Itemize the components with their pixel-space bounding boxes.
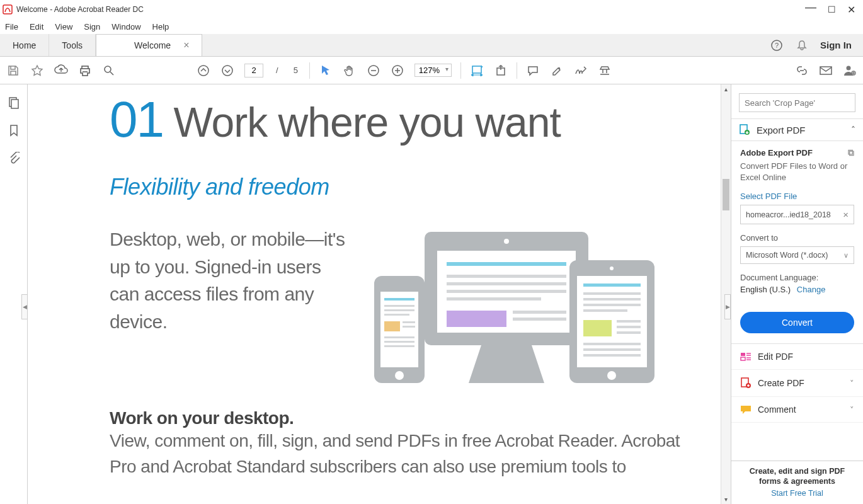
right-collapse-handle[interactable]: ▶ xyxy=(724,294,731,319)
clear-file-icon[interactable]: × xyxy=(843,209,849,220)
fit-width-icon[interactable] xyxy=(470,64,484,77)
attachment-icon[interactable] xyxy=(7,151,21,165)
scrollbar-thumb[interactable] xyxy=(723,179,729,210)
save-icon[interactable] xyxy=(6,64,20,77)
tool-edit-pdf[interactable]: Edit PDF xyxy=(731,344,863,370)
page-down-icon[interactable] xyxy=(220,64,234,77)
document-viewport[interactable]: 01 Work where you want Flexibility and f… xyxy=(28,84,731,504)
svg-rect-50 xyxy=(583,304,641,306)
popout-icon[interactable]: ⧉ xyxy=(848,147,854,158)
left-sidebar: ◀ xyxy=(0,84,28,504)
highlight-icon[interactable] xyxy=(550,64,564,77)
page-heading: Work where you want xyxy=(173,99,560,146)
signin-button[interactable]: Sign In xyxy=(820,40,852,50)
svg-point-15 xyxy=(847,66,851,70)
doc-language-label: Document Language: xyxy=(740,273,854,282)
link-icon[interactable] xyxy=(795,64,809,77)
svg-rect-14 xyxy=(820,67,832,74)
tab-bar: Home Tools Welcome × ? Sign In xyxy=(0,34,863,57)
hand-tool-icon[interactable] xyxy=(343,64,357,77)
close-button[interactable]: ✕ xyxy=(847,4,855,16)
thumbnails-icon[interactable] xyxy=(7,96,21,110)
promo-text: Create, edit and sign PDF forms & agreem… xyxy=(738,466,857,487)
maximize-button[interactable]: ☐ xyxy=(828,4,836,14)
promo-footer: Create, edit and sign PDF forms & agreem… xyxy=(731,461,863,505)
svg-rect-27 xyxy=(447,311,506,327)
cloud-upload-icon[interactable] xyxy=(54,64,68,77)
page-body: Desktop, web, or mobile—it's up to you. … xyxy=(110,226,349,335)
svg-point-46 xyxy=(610,266,614,270)
convert-format-select[interactable]: Microsoft Word (*.docx) ∨ xyxy=(740,246,854,264)
select-tool-icon[interactable] xyxy=(319,64,333,77)
comment-icon[interactable] xyxy=(526,64,540,77)
selected-file[interactable]: homeacror...ied18_2018 × xyxy=(740,205,854,224)
svg-point-32 xyxy=(395,371,404,380)
fit-page-icon[interactable] xyxy=(494,64,508,77)
zoom-out-icon[interactable] xyxy=(367,64,380,77)
svg-rect-41 xyxy=(384,341,414,343)
tool-create-pdf[interactable]: Create PDF ˅ xyxy=(731,370,863,397)
svg-rect-52 xyxy=(583,320,612,336)
tab-tools[interactable]: Tools xyxy=(49,34,96,56)
svg-rect-22 xyxy=(447,262,566,266)
svg-rect-48 xyxy=(583,292,641,295)
start-trial-link[interactable]: Start Free Trial xyxy=(738,489,857,498)
menu-sign[interactable]: Sign xyxy=(84,22,100,32)
svg-rect-26 xyxy=(447,297,541,301)
section-heading: Work on your desktop. xyxy=(110,408,695,428)
sign-icon[interactable] xyxy=(574,64,588,77)
menu-view[interactable]: View xyxy=(55,22,72,32)
export-pdf-icon xyxy=(739,124,750,135)
menu-edit[interactable]: Edit xyxy=(30,22,43,32)
svg-rect-39 xyxy=(403,326,415,328)
tool-search-input[interactable] xyxy=(739,93,855,112)
help-icon[interactable]: ? xyxy=(770,38,784,52)
svg-point-21 xyxy=(504,239,509,244)
svg-rect-62 xyxy=(741,357,745,360)
search-icon[interactable] xyxy=(102,64,116,77)
svg-point-6 xyxy=(222,66,232,76)
convert-button[interactable]: Convert xyxy=(740,312,854,333)
add-person-icon[interactable] xyxy=(843,64,857,77)
mail-icon[interactable] xyxy=(819,64,833,77)
minimize-button[interactable]: — xyxy=(805,1,816,14)
close-tab-icon[interactable]: × xyxy=(183,40,189,51)
page-up-icon[interactable] xyxy=(197,64,210,77)
svg-rect-34 xyxy=(384,305,414,307)
devices-illustration xyxy=(368,226,695,389)
zoom-in-icon[interactable] xyxy=(391,64,404,77)
bell-icon[interactable] xyxy=(795,38,809,52)
menu-window[interactable]: Window xyxy=(111,22,140,32)
svg-rect-35 xyxy=(384,309,414,311)
svg-rect-61 xyxy=(741,353,745,356)
svg-rect-24 xyxy=(447,282,566,285)
svg-rect-40 xyxy=(384,336,414,338)
svg-point-5 xyxy=(198,66,209,76)
titlebar: Welcome - Adobe Acrobat Reader DC — ☐ ✕ xyxy=(0,0,863,19)
menu-help[interactable]: Help xyxy=(152,22,169,32)
pdf-page: 01 Work where you want Flexibility and f… xyxy=(28,84,721,504)
page-number-input[interactable] xyxy=(244,64,263,77)
svg-rect-37 xyxy=(384,321,400,331)
menu-file[interactable]: File xyxy=(5,22,18,32)
tab-home[interactable]: Home xyxy=(0,34,49,56)
export-pdf-header[interactable]: Export PDF ˄ xyxy=(731,118,863,141)
left-collapse-handle[interactable]: ◀ xyxy=(21,294,28,319)
zoom-select[interactable]: 127% xyxy=(414,64,452,77)
select-file-label[interactable]: Select PDF File xyxy=(740,192,854,201)
export-pdf-body: Adobe Export PDF⧉ Convert PDF Files to W… xyxy=(731,141,863,344)
page-subhead: Flexibility and freedom xyxy=(110,174,695,200)
tool-comment[interactable]: Comment ˅ xyxy=(731,397,863,423)
print-icon[interactable] xyxy=(78,64,92,77)
svg-rect-47 xyxy=(583,284,641,287)
svg-point-3 xyxy=(105,66,111,72)
window-title: Welcome - Adobe Acrobat Reader DC xyxy=(16,5,144,14)
export-title: Adobe Export PDF xyxy=(740,148,813,158)
change-language-link[interactable]: Change xyxy=(797,285,826,294)
acrobat-app-icon xyxy=(3,4,13,14)
tab-welcome[interactable]: Welcome × xyxy=(96,34,202,56)
star-icon[interactable] xyxy=(30,64,44,77)
stamp-icon[interactable] xyxy=(598,64,612,77)
bookmark-icon[interactable] xyxy=(7,123,21,137)
svg-point-45 xyxy=(607,371,616,380)
